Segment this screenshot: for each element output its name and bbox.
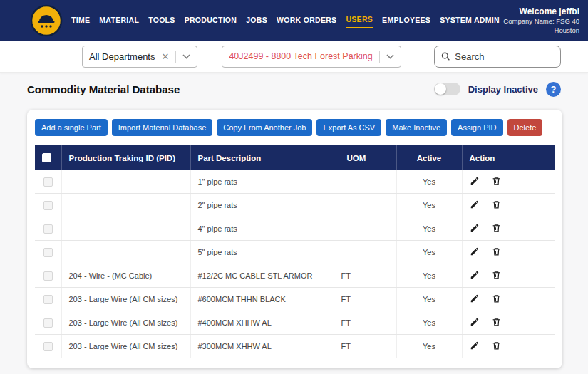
- delete-icon[interactable]: [492, 294, 501, 303]
- assign-pid-button[interactable]: Assign PID: [451, 119, 502, 136]
- edit-icon[interactable]: [470, 317, 480, 327]
- delete-icon[interactable]: [492, 223, 501, 233]
- description-cell: #12/2C MC CABLE STL ARMOR: [190, 264, 334, 288]
- nav-item-time[interactable]: TIME: [71, 13, 90, 28]
- action-cell: [462, 335, 555, 358]
- pid-cell: 203 - Large Wire (All CM sizes): [61, 288, 190, 311]
- select-all-checkbox[interactable]: [42, 153, 51, 162]
- delete-icon[interactable]: [492, 341, 501, 350]
- description-cell: 4" pipe rats: [190, 217, 334, 241]
- header-pid: Production Traking ID (PID): [61, 145, 190, 170]
- page-heading-row: Commodity Material Database Display Inac…: [0, 73, 588, 105]
- nav-item-users[interactable]: USERS: [346, 12, 373, 28]
- edit-icon[interactable]: [470, 223, 480, 233]
- table-row: 203 - Large Wire (All CM sizes) #600MCM …: [35, 288, 555, 311]
- delete-icon[interactable]: [492, 270, 501, 280]
- action-cell: [462, 217, 555, 241]
- export-as-csv-button[interactable]: Export As CSV: [316, 119, 381, 136]
- heading-controls: Display Inactive ?: [434, 82, 561, 97]
- row-checkbox[interactable]: [43, 177, 53, 187]
- nav-item-employees[interactable]: EMPLOYEES: [382, 13, 430, 28]
- display-inactive-toggle[interactable]: [434, 83, 460, 95]
- row-checkbox[interactable]: [43, 342, 53, 351]
- table-row: 204 - Wire - (MC Cable) #12/2C MC CABLE …: [35, 264, 555, 288]
- import-material-database-button[interactable]: Import Material Database: [112, 119, 213, 136]
- row-select-cell: [35, 194, 61, 217]
- description-cell: #400MCM XHHW AL: [190, 311, 334, 335]
- toggle-knob: [435, 83, 446, 95]
- nav-item-material[interactable]: MATERIAL: [99, 13, 139, 28]
- row-checkbox[interactable]: [43, 318, 53, 328]
- company-logo-icon[interactable]: [30, 4, 63, 37]
- table-row: 4" pipe rats Yes: [35, 217, 555, 241]
- company-name-text: Company Name: FSG 40 Houston: [500, 17, 579, 36]
- make-inactive-button[interactable]: Make Inactive: [386, 119, 447, 136]
- top-navbar: TIMEMATERIALTOOLSPRODUCTIONJOBSWORK ORDE…: [0, 0, 588, 41]
- copy-from-another-job-button[interactable]: Copy From Another Job: [217, 119, 312, 136]
- delete-icon[interactable]: [492, 317, 501, 327]
- search-icon: [441, 51, 450, 61]
- edit-icon[interactable]: [470, 176, 480, 186]
- nav-item-jobs[interactable]: JOBS: [246, 13, 267, 28]
- row-select-cell: [35, 288, 61, 311]
- active-cell: Yes: [396, 264, 462, 288]
- row-checkbox[interactable]: [43, 201, 53, 210]
- header-uom: UOM: [334, 145, 396, 170]
- chevron-down-icon[interactable]: [386, 54, 394, 59]
- action-cell: [462, 170, 555, 194]
- row-checkbox[interactable]: [43, 248, 53, 257]
- action-cell: [462, 264, 555, 288]
- row-select-cell: [35, 264, 61, 288]
- row-select-cell: [35, 335, 61, 358]
- row-select-cell: [35, 217, 61, 241]
- edit-icon[interactable]: [470, 199, 480, 209]
- row-checkbox[interactable]: [43, 224, 53, 234]
- action-cell: [462, 288, 555, 311]
- uom-cell: [334, 194, 396, 217]
- description-cell: #300MCM XHHW AL: [190, 335, 334, 358]
- description-cell: 1" pipe rats: [190, 170, 334, 194]
- edit-icon[interactable]: [470, 341, 480, 350]
- row-select-cell: [35, 311, 61, 335]
- description-cell: 2" pipe rats: [190, 194, 334, 217]
- delete-icon[interactable]: [492, 199, 501, 209]
- search-box: [434, 46, 561, 68]
- chevron-down-icon[interactable]: [182, 54, 190, 59]
- uom-cell: FT: [334, 288, 396, 311]
- table-row: 203 - Large Wire (All CM sizes) #400MCM …: [35, 311, 555, 335]
- edit-icon[interactable]: [470, 270, 480, 280]
- edit-icon[interactable]: [470, 294, 480, 303]
- pid-cell: 203 - Large Wire (All CM sizes): [61, 335, 190, 358]
- active-cell: Yes: [396, 194, 462, 217]
- user-info: Welcome jeffbl Company Name: FSG 40 Hous…: [500, 6, 579, 36]
- delete-icon[interactable]: [492, 246, 501, 256]
- active-cell: Yes: [396, 241, 462, 264]
- help-icon[interactable]: ?: [546, 82, 561, 97]
- delete-icon[interactable]: [492, 176, 501, 186]
- header-active: Active: [396, 145, 462, 170]
- edit-icon[interactable]: [470, 246, 480, 256]
- pid-cell: 203 - Large Wire (All CM sizes): [61, 311, 190, 335]
- nav-item-work-orders[interactable]: WORK ORDERS: [277, 13, 336, 28]
- department-select-value: All Departments: [89, 51, 155, 62]
- table-body: 1" pipe rats Yes 2" pipe rats Yes 4": [35, 170, 555, 358]
- add-single-part-button[interactable]: Add a single Part: [35, 119, 108, 136]
- delete-button[interactable]: Delete: [507, 119, 543, 136]
- material-database-card: Add a single Part Import Material Databa…: [27, 110, 562, 368]
- table-header-row: Production Traking ID (PID) Part Descrip…: [35, 145, 555, 170]
- active-cell: Yes: [396, 311, 462, 335]
- display-inactive-label: Display Inactive: [468, 84, 538, 95]
- clear-icon[interactable]: ✕: [161, 52, 169, 61]
- uom-cell: [334, 217, 396, 241]
- nav-item-system-admin[interactable]: SYSTEM ADMIN: [440, 13, 500, 28]
- nav-item-production[interactable]: PRODUCTION: [185, 13, 237, 28]
- welcome-text: Welcome jeffbl: [500, 6, 579, 17]
- active-cell: Yes: [396, 170, 462, 194]
- department-select[interactable]: All Departments ✕: [82, 46, 197, 68]
- nav-item-tools[interactable]: TOOLS: [148, 13, 175, 28]
- job-select-value: 40J2499 - 8800 Tech Forest Parking: [229, 51, 372, 61]
- job-select[interactable]: 40J2499 - 8800 Tech Forest Parking: [222, 46, 401, 68]
- row-checkbox[interactable]: [43, 295, 53, 304]
- row-checkbox[interactable]: [43, 271, 53, 281]
- search-input[interactable]: [455, 51, 554, 62]
